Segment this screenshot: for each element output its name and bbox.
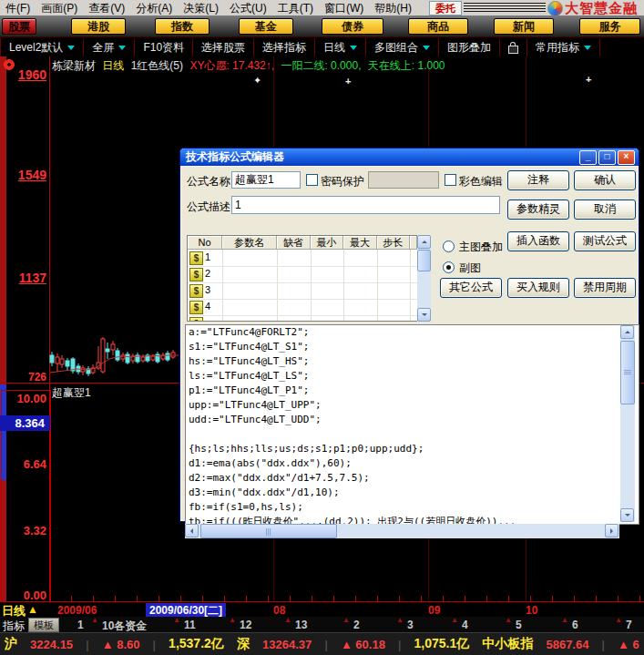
table-row[interactable]: $3 [188,282,417,300]
toolbar-item-常用指标[interactable]: 常用指标 [527,38,600,56]
page-item[interactable]: 5 [516,619,522,631]
page-item[interactable]: 4 [462,619,468,631]
template-tab[interactable]: 模板 [28,618,59,632]
comment-button[interactable]: 注释 [507,170,569,190]
main-axis-value: 1960 [2,68,46,81]
formula-code-editor[interactable]: a:="LTFunc4@FORLT2";s1:="LTFunc4@LT_S1";… [185,324,639,525]
page-marker-icon: ▲ [451,616,458,624]
minimize-button[interactable]: _ [579,150,597,165]
menu-item[interactable]: 画面(P) [36,1,83,15]
market-tab-债券[interactable]: 债券 [322,18,383,35]
test-formula-button[interactable]: 测试公式 [574,231,636,251]
code-vscrollbar[interactable] [620,325,635,522]
market-tab-股票[interactable]: 股票 [2,18,36,35]
close-button[interactable]: × [618,150,635,165]
password-protect-checkbox[interactable] [306,174,318,186]
table-row[interactable]: $4 [188,299,417,316]
ok-button[interactable]: 确认 [574,170,636,190]
menu-item[interactable]: 公式(U) [224,1,272,15]
buy-rule-button[interactable]: 买入规则 [507,278,569,298]
page-item[interactable]: 12 [240,619,251,631]
param-col-header[interactable]: 缺省 [277,236,311,250]
chevron-down-icon[interactable] [350,46,357,50]
menu-item[interactable]: 查看(V) [83,1,130,15]
subchart-radio[interactable] [443,261,455,273]
market-tab-港股[interactable]: 港股 [71,18,126,35]
param-col-header[interactable]: No [188,236,222,250]
scroll-right-icon[interactable] [605,524,618,537]
toolbar-item-图形叠加[interactable]: 图形叠加 [439,38,500,56]
toolbar-item-Level2默认[interactable]: Level2默认 [0,38,84,56]
param-col-header[interactable]: 最小 [311,236,343,250]
scrollbar-thumb[interactable] [200,524,337,538]
menu-item[interactable]: 窗口(W) [319,1,369,15]
chevron-down-icon[interactable] [423,46,430,50]
insert-function-button[interactable]: 插入函数 [507,231,569,251]
other-formula-button[interactable]: 其它公式 [440,278,502,298]
menu-item[interactable]: 工具(T) [272,1,319,15]
formula-desc-input[interactable] [231,196,500,214]
maximize-button[interactable]: □ [598,150,616,165]
market-tab-商品[interactable]: 商品 [408,18,468,35]
market-tab-指数[interactable]: 指数 [155,18,210,35]
param-col-header[interactable]: 最大 [343,236,377,250]
dialog-titlebar[interactable]: 技术指标公式编辑器 _ □ × [180,148,639,166]
code-line: upp:="LTFunc4@LT_UPP"; [186,398,639,413]
page-marker-icon: ▲ [91,616,98,624]
table-row[interactable]: $ [188,315,417,322]
scrollbar-thumb[interactable] [620,341,635,404]
page-item[interactable]: 7 [626,619,632,631]
scroll-down-icon[interactable] [417,308,431,322]
timeline-date[interactable]: 10 [526,604,537,617]
page-item[interactable]: 11 [184,619,196,631]
toolbar-item-多图组合[interactable]: 多图组合 [366,38,439,56]
page-item[interactable]: 6 [572,619,578,631]
market-tab-新闻[interactable]: 新闻 [494,18,554,35]
chevron-down-icon[interactable] [67,46,75,50]
market-tab-服务[interactable]: 服务 [579,18,640,35]
toolbar-item-选择指标[interactable]: 选择指标 [254,38,315,56]
toolbar-item-全屏[interactable]: 全屏 [84,38,135,56]
toolbar-item-lock[interactable] [500,38,527,56]
market-tab-基金[interactable]: 基金 [239,18,293,35]
param-wizard-button[interactable]: 参数精灵 [507,200,569,220]
code-line: fb:=if(s1=0,hs,ls); [186,500,639,515]
table-row[interactable]: $2 [188,266,417,283]
scroll-up-icon[interactable] [417,235,431,249]
page-marker-icon: ▲ [396,616,404,624]
cancel-button[interactable]: 取消 [574,200,636,220]
market-tab-bar: 股票港股指数基金债券商品新闻服务 [0,15,644,36]
menu-item[interactable]: 件(F) [0,1,36,15]
table-row[interactable]: $1 [188,250,417,267]
scroll-up-icon[interactable] [620,325,634,339]
disable-period-button[interactable]: 禁用周期 [574,278,636,298]
menu-item[interactable]: 决策(L) [178,1,224,15]
page-item[interactable]: 1 [77,619,84,631]
param-col-header[interactable]: 参数名 [222,236,277,250]
toolbar-item-F10资料[interactable]: F10资料 [135,38,193,56]
timeline-date[interactable]: 2009/06 [57,604,97,617]
chevron-down-icon[interactable] [584,46,591,50]
code-hscrollbar[interactable] [185,524,619,538]
timeline-date[interactable]: 08 [273,604,285,617]
scroll-left-icon[interactable] [185,524,199,537]
toolbar-item-日线[interactable]: 日线 [315,38,366,56]
scroll-down-icon[interactable] [620,508,634,522]
page-item[interactable]: 3 [407,619,414,631]
status-separator: | [153,638,156,651]
sub-axis-value: 0.00 [2,589,46,602]
menu-item[interactable]: 分析(A) [130,1,178,15]
param-col-header[interactable]: 步长 [377,236,410,250]
param-table-scrollbar[interactable] [417,235,431,322]
page-item[interactable]: 2 [353,619,360,631]
main-overlay-radio[interactable] [443,241,455,252]
chevron-down-icon[interactable] [118,46,126,50]
timeline-date[interactable]: 09 [428,604,440,617]
scrollbar-thumb[interactable] [417,250,431,271]
formula-name-input[interactable] [231,171,301,189]
color-edit-checkbox[interactable] [445,174,456,186]
order-entrust-button[interactable]: 委托 [429,1,462,15]
menu-item[interactable]: 帮助(H) [369,1,417,15]
toolbar-item-选择股票[interactable]: 选择股票 [193,38,254,56]
page-item[interactable]: 13 [295,619,307,631]
